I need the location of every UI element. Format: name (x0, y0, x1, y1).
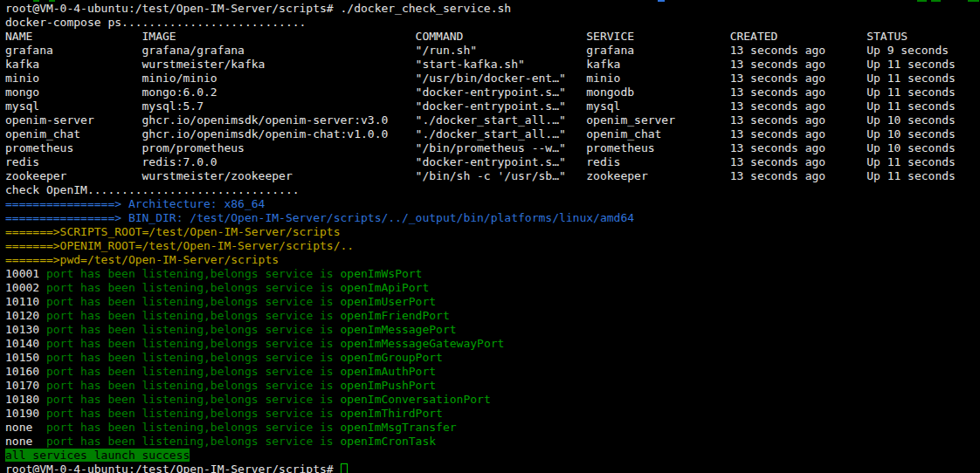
port-message: port has been listening,belongs service … (46, 365, 341, 378)
port-message: port has been listening,belongs service … (46, 435, 341, 448)
port-message: port has been listening,belongs service … (46, 421, 341, 434)
table-row-text: mongo mongo:6.0.2 "docker-entrypoint.s…"… (5, 86, 956, 99)
port-message: port has been listening,belongs service … (46, 267, 341, 280)
service-name: openImGroupPort (341, 351, 443, 364)
port-message: port has been listening,belongs service … (46, 281, 341, 294)
port-number: 10160 (5, 365, 46, 378)
port-check-line: 10120 port has been listening,belongs se… (5, 309, 980, 323)
port-message: port has been listening,belongs service … (46, 295, 341, 308)
ps-progress-line: docker-compose ps.......................… (5, 16, 980, 30)
port-check-line: none port has been listening,belongs ser… (5, 435, 980, 449)
table-row-text: mysql mysql:5.7 "docker-entrypoint.s…" m… (5, 99, 956, 113)
table-row: zookeeper wurstmeister/zookeeper "/bin/s… (5, 169, 980, 183)
port-check-line: 10170 port has been listening,belongs se… (5, 379, 980, 393)
port-check-line: 10190 port has been listening,belongs se… (5, 407, 980, 421)
port-check-line: 10140 port has been listening,belongs se… (5, 337, 980, 351)
bin-dir-line: ================> BIN_DIR: /test/Open-IM… (5, 211, 980, 225)
openim-root-line: =======>OPENIM_ROOT=/test/Open-IM-Server… (5, 239, 980, 253)
port-message: port has been listening,belongs service … (46, 309, 341, 322)
check-openim-line-text: check OpenIM............................… (5, 183, 300, 196)
port-check-line: 10001 port has been listening,belongs se… (5, 267, 980, 281)
port-number: 10190 (5, 407, 46, 420)
service-name: openImUserPort (341, 295, 437, 308)
scripts-root-line: =======>SCRIPTS_ROOT=/test/Open-IM-Serve… (5, 225, 980, 239)
shell-prompt: root@VM-0-4-ubuntu:/test/Open-IM-Server/… (5, 463, 980, 473)
table-row: mongo mongo:6.0.2 "docker-entrypoint.s…"… (5, 86, 980, 99)
service-name: openImMsgTransfer (341, 421, 457, 434)
port-number: none (5, 435, 46, 448)
port-check-line: none port has been listening,belongs ser… (5, 421, 980, 435)
service-name: openImCronTask (341, 435, 437, 448)
port-number: 10150 (5, 351, 46, 364)
port-check-line: 10150 port has been listening,belongs se… (5, 351, 980, 365)
table-row-text: grafana grafana/grafana "/run.sh" grafan… (5, 44, 949, 57)
cutoff-text-fragment (33, 0, 39, 2)
port-number: 10140 (5, 337, 46, 350)
table-header-text: NAME IMAGE COMMAND SERVICE CREATED STATU… (5, 30, 908, 43)
port-message: port has been listening,belongs service … (46, 323, 341, 336)
table-row: kafka wurstmeister/kafka "start-kafka.sh… (5, 58, 980, 72)
service-name: openImMessagePort (341, 323, 457, 336)
port-message: port has been listening,belongs service … (46, 337, 341, 350)
scripts-root-line-text: =======>SCRIPTS_ROOT=/test/Open-IM-Serve… (5, 225, 341, 238)
service-name: openImWsPort (341, 267, 423, 280)
table-row-text: openim-server ghcr.io/openimsdk/openim-s… (5, 113, 956, 127)
cutoff-text-fragment (917, 0, 927, 2)
bin-dir-line-text: ================> BIN_DIR: /test/Open-IM… (5, 211, 634, 224)
port-message: port has been listening,belongs service … (46, 407, 341, 420)
architecture-line-text: ================> Architecture: x86_64 (5, 197, 265, 210)
table-row-text: prometheus prom/prometheus "/bin/prometh… (5, 141, 956, 154)
table-row: mysql mysql:5.7 "docker-entrypoint.s…" m… (5, 99, 980, 113)
port-number: 10180 (5, 393, 46, 406)
table-row-text: zookeeper wurstmeister/zookeeper "/bin/s… (5, 169, 956, 182)
cutoff-text-fragment (49, 0, 55, 2)
table-row-text: kafka wurstmeister/kafka "start-kafka.sh… (5, 58, 956, 71)
port-number: 10001 (5, 267, 46, 280)
port-number: 10110 (5, 295, 46, 308)
cutoff-text-fragment (658, 0, 665, 2)
table-row-text: openim_chat ghcr.io/openimsdk/openim-cha… (5, 127, 956, 141)
cutoff-text-fragment (968, 0, 979, 2)
command-line-text: root@VM-0-4-ubuntu:/test/Open-IM-Server/… (5, 2, 511, 15)
check-openim-line: check OpenIM............................… (5, 183, 980, 197)
success-banner: all services launch success (5, 449, 980, 463)
table-row: grafana grafana/grafana "/run.sh" grafan… (5, 44, 980, 58)
command-line: root@VM-0-4-ubuntu:/test/Open-IM-Server/… (5, 2, 980, 16)
service-name: openImAuthPort (341, 365, 437, 378)
pwd-line-text: =======>pwd=/test/Open-IM-Server/scripts (5, 253, 279, 266)
service-name: openImMessageGatewayPort (341, 337, 505, 350)
success-banner-text: all services launch success (5, 449, 190, 462)
table-row: openim-server ghcr.io/openimsdk/openim-s… (5, 113, 980, 127)
port-number: 10170 (5, 379, 46, 392)
cutoff-text-fragment (931, 0, 941, 2)
terminal-screen: root@VM-0-4-ubuntu:/test/Open-IM-Server/… (5, 2, 980, 473)
service-name: openImPushPort (341, 379, 437, 392)
port-message: port has been listening,belongs service … (46, 379, 341, 392)
table-row: redis redis:7.0.0 "docker-entrypoint.s…"… (5, 155, 980, 169)
port-message: port has been listening,belongs service … (46, 393, 341, 406)
prompt-text: root@VM-0-4-ubuntu:/test/Open-IM-Server/… (5, 463, 341, 473)
architecture-line: ================> Architecture: x86_64 (5, 197, 980, 211)
table-row-text: minio minio/minio "/usr/bin/docker-ent…"… (5, 72, 956, 85)
pwd-line: =======>pwd=/test/Open-IM-Server/scripts (5, 253, 980, 267)
table-row-text: redis redis:7.0.0 "docker-entrypoint.s…"… (5, 155, 956, 168)
port-number: 10120 (5, 309, 46, 322)
port-check-line: 10160 port has been listening,belongs se… (5, 365, 980, 379)
port-number: 10130 (5, 323, 46, 336)
port-check-line: 10002 port has been listening,belongs se… (5, 281, 980, 295)
terminal-cursor (341, 463, 348, 473)
port-message: port has been listening,belongs service … (46, 351, 341, 364)
table-row: prometheus prom/prometheus "/bin/prometh… (5, 141, 980, 155)
port-check-line: 10130 port has been listening,belongs se… (5, 323, 980, 337)
terminal[interactable]: root@VM-0-4-ubuntu:/test/Open-IM-Server/… (0, 0, 980, 473)
table-row: minio minio/minio "/usr/bin/docker-ent…"… (5, 72, 980, 86)
table-header-row: NAME IMAGE COMMAND SERVICE CREATED STATU… (5, 30, 980, 44)
service-name: openImConversationPort (341, 393, 491, 406)
table-row: openim_chat ghcr.io/openimsdk/openim-cha… (5, 127, 980, 141)
service-name: openImThirdPort (341, 407, 443, 420)
port-check-line: 10180 port has been listening,belongs se… (5, 393, 980, 407)
port-number: none (5, 421, 46, 434)
port-check-line: 10110 port has been listening,belongs se… (5, 295, 980, 309)
ps-progress-line-text: docker-compose ps.......................… (5, 16, 306, 29)
service-name: openImApiPort (341, 281, 430, 294)
